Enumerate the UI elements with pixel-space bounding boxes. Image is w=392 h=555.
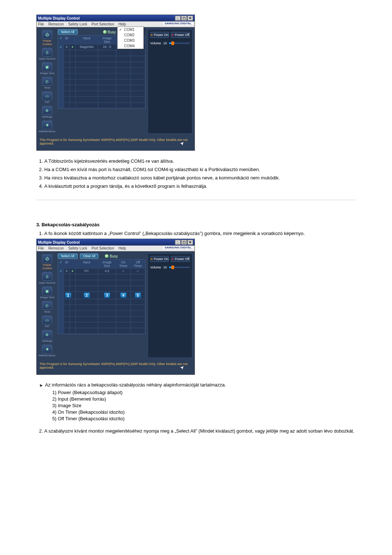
empty-cell [70,68,75,73]
menu-help[interactable]: Help [118,246,126,250]
sidebar-item-image-size[interactable]: ▣Image Size [39,286,56,300]
sidebar-item-time[interactable]: ◴Time [39,76,56,90]
select-all-button[interactable]: Select All [58,29,78,35]
menu-remocon[interactable]: Remocon [48,22,64,26]
sidebar-item-pip[interactable]: ▭PIP [39,315,56,329]
empty-cell [131,316,145,322]
empty-cell [98,280,116,286]
busy-dot-icon [105,254,109,258]
menu-port-selection[interactable]: Port Selection [91,22,114,26]
minimize-button[interactable]: _ [175,240,181,245]
empty-cell [131,274,145,280]
empty-cell [70,79,75,85]
empty-cell [116,102,131,108]
menu-help[interactable]: Help [118,22,126,26]
sidebar-item-input[interactable]: ⎙Input Source [39,271,56,285]
sidebar-item-maintenance[interactable]: ✚Maintenance [39,344,56,358]
empty-cell [58,316,64,322]
empty-cell [131,305,145,311]
input-icon: ⎙ [42,48,52,57]
empty-cell [75,286,98,292]
empty-cell [98,56,116,62]
maximize-button[interactable]: ▢ [181,240,187,245]
select-all-button[interactable]: Select All [58,254,78,259]
menu-remocon[interactable]: Remocon [48,246,64,250]
menu-port-selection[interactable]: Port Selection [91,246,114,250]
maximize-button[interactable]: ▢ [181,16,187,21]
sidebar-item-label: Power Control [42,39,52,46]
row-check[interactable] [58,44,64,50]
time-icon: ◴ [42,301,52,310]
info-bullet-block: Az információs rács a bekapcsolás-szabál… [40,382,356,421]
sidebar-item-power[interactable]: ⏻Power Control [39,29,56,46]
sidebar-item-time[interactable]: ◴Time [39,300,56,314]
menu-safety-lock[interactable]: Safety Lock [68,22,87,26]
volume-row: Volume 10 [150,266,190,269]
sidebar-item-input[interactable]: ⎙Input Source [39,47,56,61]
empty-cell [75,56,98,62]
empty-cell [98,79,116,85]
power-off-button[interactable]: Power Off [171,32,190,38]
power-on-button[interactable]: Power On [150,256,169,262]
port-option-com2[interactable]: COM2 [118,32,143,38]
settings-icon: ⚙ [42,106,52,115]
sidebar-item-image-size[interactable]: ▣Image Size [39,62,56,76]
empty-cell [116,322,131,328]
sidebar-item-pip[interactable]: ▭PIP [39,91,56,105]
volume-slider[interactable] [169,267,190,268]
empty-cell [64,286,70,292]
empty-cell [70,280,75,286]
close-button[interactable]: ✕ [187,240,193,245]
empty-cell [64,305,70,311]
empty-cell [70,311,75,316]
port-option-com3[interactable]: COM3 [118,38,143,43]
menu-safety-lock[interactable]: Safety Lock [68,246,87,250]
row-check[interactable] [58,268,64,274]
power-on-button[interactable]: Power On [150,32,169,38]
empty-cell [98,73,116,79]
empty-cell [98,274,116,280]
list-item: A fo ikonok között kattintson a „Power C… [44,230,356,237]
sidebar-item-settings[interactable]: ⚙Settings [39,329,56,343]
empty-cell [98,62,116,68]
port-option-com1[interactable]: COM1 [118,27,143,32]
minimize-button[interactable]: _ [175,16,181,21]
list-item: A Többszörös kijelzésvezérlés eredetileg… [44,158,356,165]
empty-cell [131,322,145,328]
empty-cell [75,102,98,108]
toolbar: Select All Clear All Busy [58,254,146,259]
sidebar-item-power[interactable]: ⏻Power Control [39,254,56,271]
col-check[interactable] [58,36,64,44]
sidebar: ⏻Power Control ⎙Input Source ▣Image Size… [39,29,56,134]
volume-thumb[interactable] [171,41,174,45]
sub-numbered-list: 1) Power (Bekapcsoltsági állapot) 2) Inp… [52,390,356,421]
empty-cell [116,97,131,102]
empty-cell [98,305,116,311]
empty-cell [75,322,98,328]
sidebar: ⏻Power Control ⎙Input Source ▣Image Size… [39,254,56,358]
volume-value: 10 [163,41,167,45]
volume-slider[interactable] [169,42,190,44]
cell-input: MagicNet [75,44,98,50]
badge-2: 2 [83,292,90,298]
power-buttons: Power On Power Off [150,256,190,262]
close-button[interactable]: ✕ [187,16,193,21]
empty-cell [75,274,98,280]
power-icon: ⏻ [42,254,52,263]
col-id: ID [64,36,70,44]
badge-5: 5 [135,292,141,298]
power-buttons: Power On Power Off [150,32,190,38]
footer: This Program is for Samsung SyncMaster 4… [37,360,195,374]
menu-file[interactable]: File [38,22,44,26]
sidebar-item-settings[interactable]: ⚙Settings [39,105,56,119]
power-off-button[interactable]: Power Off [171,256,190,262]
sidebar-item-maintenance[interactable]: ✚Maintenance [39,120,56,134]
menu-file[interactable]: File [38,246,44,250]
empty-cell [58,274,64,280]
col-check[interactable] [58,260,64,268]
port-option-com4[interactable]: COM4 [118,43,143,49]
cursor-icon [180,364,187,372]
volume-thumb[interactable] [171,266,174,269]
empty-cell [64,322,70,328]
clear-all-button[interactable]: Clear All [80,254,99,259]
